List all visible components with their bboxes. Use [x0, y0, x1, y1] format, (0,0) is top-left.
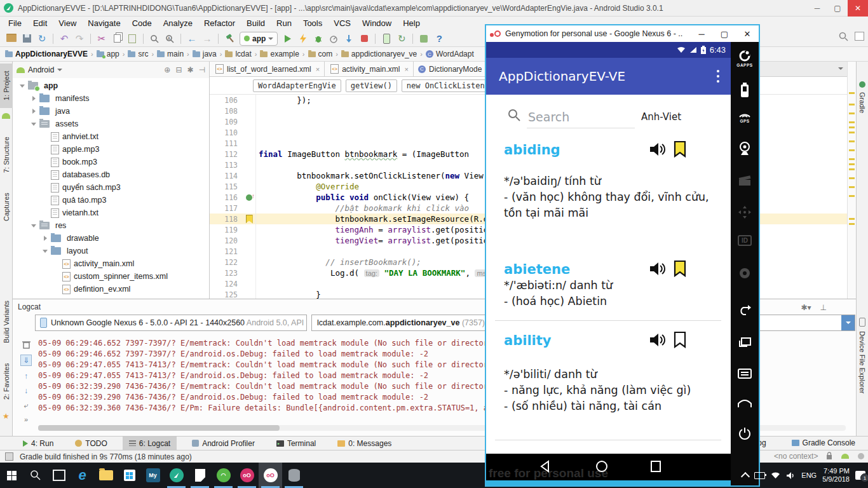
tree-arrow-icon[interactable]	[41, 236, 50, 241]
stop-icon[interactable]	[356, 31, 372, 46]
sync-gradle-icon[interactable]: ↻	[394, 31, 409, 46]
menu-tools[interactable]: Tools	[297, 17, 328, 30]
up-stack-trace-icon[interactable]: ↑	[24, 372, 28, 381]
menu-build[interactable]: Build	[241, 17, 271, 30]
tree-item[interactable]: quả táo.mp3	[13, 194, 209, 207]
tool-window-toggle-icon[interactable]	[5, 452, 13, 461]
sidebar-item-structure[interactable]: 7: Structure	[0, 130, 13, 180]
save-icon[interactable]	[19, 31, 34, 46]
task-view-icon[interactable]	[47, 463, 71, 488]
bookmark-icon[interactable]	[246, 215, 253, 224]
breadcrumb-item[interactable]: lcdat	[225, 50, 251, 58]
tree-item[interactable]: book.mp3	[13, 156, 209, 168]
open-icon[interactable]	[4, 31, 19, 46]
search-icon[interactable]	[508, 109, 522, 123]
close-tab-icon[interactable]: ×	[316, 65, 320, 73]
more-icon[interactable]: »	[24, 416, 28, 423]
minimize-icon[interactable]: ─	[807, 0, 827, 17]
cut-icon[interactable]: ✂	[94, 31, 109, 46]
close-tab-icon[interactable]: ×	[405, 65, 409, 73]
tree-arrow-icon[interactable]	[29, 96, 38, 101]
bookmark-icon[interactable]	[673, 140, 687, 158]
clear-logcat-icon[interactable]	[22, 340, 31, 349]
settings-gear-icon[interactable]: ✱	[187, 65, 193, 74]
menu-button[interactable]	[731, 369, 759, 379]
tree-item[interactable]: quyển sách.mp3	[13, 181, 209, 194]
tool-windows-icon[interactable]	[855, 32, 864, 41]
dock-icon[interactable]: ⊥	[820, 303, 827, 312]
editor-tab[interactable]: CDictionaryMode	[414, 62, 487, 76]
menu-code[interactable]: Code	[126, 17, 158, 30]
tree-item[interactable]: java	[13, 105, 209, 118]
nav-home-icon[interactable]	[595, 460, 608, 473]
tree-item[interactable]: databases.db	[13, 168, 209, 181]
minimize-icon[interactable]: ─	[690, 25, 713, 42]
copy-icon[interactable]	[109, 31, 125, 46]
build-hammer-icon[interactable]	[222, 31, 237, 46]
breadcrumb-item[interactable]: CWordAdapt	[426, 50, 474, 58]
battery-icon[interactable]	[754, 472, 765, 479]
start-button[interactable]	[0, 463, 24, 488]
bookmark-icon[interactable]	[673, 260, 687, 277]
back-icon[interactable]: ←	[184, 31, 200, 46]
hide-panel-icon[interactable]: ⊣	[199, 65, 205, 74]
scroll-to-end-icon[interactable]: ⇓	[20, 355, 32, 366]
breadcrumb-chip[interactable]: getView()	[346, 79, 397, 92]
sync-icon[interactable]: ↻	[34, 31, 50, 46]
project-view-selector[interactable]: Android	[28, 65, 54, 74]
sdk-manager-icon[interactable]	[416, 31, 431, 46]
tree-item[interactable]: activity_main.xml	[13, 257, 209, 270]
overflow-menu-icon[interactable]	[717, 70, 719, 85]
tree-arrow-icon[interactable]	[18, 85, 27, 88]
tree-arrow-icon[interactable]	[29, 224, 38, 227]
language-indicator[interactable]: ENG	[801, 471, 817, 479]
breadcrumb-item[interactable]: com	[308, 50, 333, 58]
wifi-icon[interactable]	[771, 471, 780, 479]
menu-help[interactable]: Help	[397, 17, 426, 30]
battery-button[interactable]	[731, 83, 759, 98]
tree-item[interactable]: defintion_ev.xml	[13, 283, 209, 295]
editor-tab[interactable]: list_of_word_learned.xml×	[210, 62, 325, 76]
tool-window-tab[interactable]: Terminal	[270, 437, 322, 451]
tree-item[interactable]: app	[13, 79, 209, 92]
notepad-icon[interactable]	[188, 463, 212, 488]
green-app-icon[interactable]: ◠	[212, 463, 235, 488]
breadcrumb-chip[interactable]: WordAdapterEngVie	[253, 79, 341, 92]
genymotion-active-icon[interactable]: oO	[259, 463, 282, 488]
tool-window-tab[interactable]: 0: Messages	[331, 437, 398, 451]
maximize-icon[interactable]: ▢	[713, 25, 736, 42]
search-everywhere-icon[interactable]	[839, 32, 848, 41]
sidebar-item-favorites[interactable]: 2: Favorites	[0, 355, 13, 408]
breadcrumb-item[interactable]: main	[157, 50, 184, 58]
menu-navigate[interactable]: Navigate	[82, 17, 126, 30]
nav-back-icon[interactable]	[539, 460, 551, 473]
store-icon[interactable]	[118, 463, 141, 488]
paste-icon[interactable]	[125, 31, 140, 46]
power-button[interactable]	[731, 427, 759, 441]
tree-item[interactable]: res	[13, 219, 209, 232]
down-stack-trace-icon[interactable]: ↓	[24, 386, 28, 395]
menu-refactor[interactable]: Refactor	[198, 17, 241, 30]
chevron-down-icon[interactable]	[841, 315, 855, 330]
sidebar-item-build-variants[interactable]: Build Variants	[0, 294, 13, 349]
profiler-icon[interactable]	[326, 31, 341, 46]
speaker-icon[interactable]	[649, 332, 667, 348]
close-icon[interactable]: ✕	[848, 0, 868, 17]
tray-expand-icon[interactable]	[741, 471, 750, 480]
close-icon[interactable]: ✕	[736, 25, 759, 42]
camera-button[interactable]	[731, 141, 759, 156]
menu-window[interactable]: Window	[356, 17, 397, 30]
debug-icon[interactable]	[311, 31, 326, 46]
menu-run[interactable]: Run	[271, 17, 297, 30]
tree-item[interactable]: custom_spinner_items.xml	[13, 270, 209, 283]
sidebar-item-project[interactable]: 1: Project	[0, 64, 13, 108]
settings-gear-icon[interactable]: ✱▾	[801, 303, 811, 312]
speaker-icon[interactable]	[649, 141, 667, 158]
undo-icon[interactable]: ↶	[57, 31, 72, 46]
avd-manager-icon[interactable]	[379, 31, 394, 46]
run-config-selector[interactable]: app	[240, 32, 278, 46]
collapse-all-icon[interactable]: ⊟	[175, 65, 182, 74]
genymotion-icon[interactable]: oO	[235, 463, 259, 488]
gps-button[interactable]: GPS	[731, 111, 759, 123]
tree-arrow-icon[interactable]	[29, 123, 38, 126]
